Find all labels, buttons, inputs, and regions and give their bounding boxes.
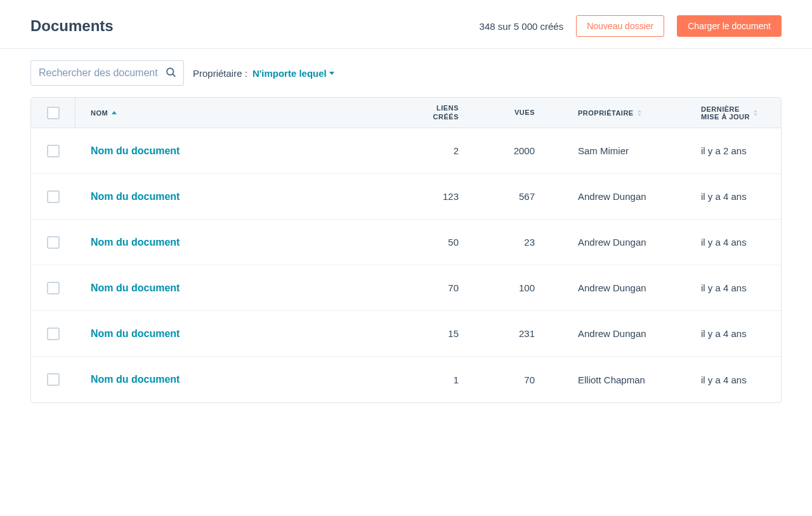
table-row: Nom du document170Elliott Chapmanil y a … — [31, 357, 781, 402]
row-checkbox-cell — [31, 282, 75, 294]
row-checkbox[interactable] — [47, 282, 60, 294]
column-header-views[interactable]: VUES — [464, 109, 540, 117]
column-header-links-label1: LIENS — [433, 104, 459, 112]
cell-links: 15 — [394, 328, 464, 339]
sort-icon — [638, 110, 641, 116]
cell-owner: Andrew Dungan — [540, 328, 667, 339]
row-checkbox[interactable] — [47, 373, 60, 386]
documents-table: NOM LIENS CRÉÉS VUES PROPRIÉTAIRE DERNIÈ… — [30, 97, 782, 403]
row-checkbox-cell — [31, 190, 75, 203]
cell-views: 231 — [464, 328, 540, 339]
column-header-owner[interactable]: PROPRIÉTAIRE — [540, 109, 667, 117]
new-folder-button[interactable]: Nouveau dossier — [576, 15, 664, 37]
cell-views: 23 — [464, 237, 540, 248]
chevron-down-icon — [329, 72, 334, 75]
cell-name: Nom du document — [75, 191, 394, 202]
document-link[interactable]: Nom du document — [91, 328, 180, 339]
owner-filter-select[interactable]: N'importe lequel — [252, 68, 334, 79]
row-checkbox[interactable] — [47, 236, 60, 249]
column-header-updated-label1: DERNIÈRE — [701, 105, 750, 113]
cell-owner: Elliott Chapman — [540, 374, 667, 385]
cell-links: 2 — [394, 145, 464, 156]
table-row: Nom du document22000Sam Mimieril y a 2 a… — [31, 128, 781, 174]
document-link[interactable]: Nom du document — [91, 191, 180, 202]
row-checkbox-cell — [31, 373, 75, 386]
row-checkbox-cell — [31, 236, 75, 249]
cell-owner: Andrew Dungan — [540, 191, 667, 202]
cell-owner: Andrew Dungan — [540, 282, 667, 293]
table-header: NOM LIENS CRÉÉS VUES PROPRIÉTAIRE DERNIÈ… — [31, 98, 781, 128]
search-wrapper — [30, 60, 184, 86]
table-row: Nom du document15231Andrew Dunganil y a … — [31, 311, 781, 357]
cell-name: Nom du document — [75, 282, 394, 294]
column-header-updated-label2: MISE À JOUR — [701, 113, 750, 121]
document-link[interactable]: Nom du document — [91, 282, 180, 293]
document-link[interactable]: Nom du document — [91, 237, 180, 248]
upload-document-button[interactable]: Charger le document — [677, 15, 782, 37]
cell-updated: il y a 4 ans — [667, 191, 781, 202]
column-header-name-label: NOM — [91, 109, 108, 117]
document-link[interactable]: Nom du document — [91, 145, 180, 156]
cell-owner: Andrew Dungan — [540, 237, 667, 248]
row-checkbox[interactable] — [47, 327, 60, 340]
cell-views: 567 — [464, 191, 540, 202]
header-actions: 348 sur 5 000 créés Nouveau dossier Char… — [480, 15, 782, 37]
cell-name: Nom du document — [75, 328, 394, 340]
column-header-owner-label: PROPRIÉTAIRE — [578, 109, 634, 117]
cell-links: 1 — [394, 374, 464, 385]
cell-links: 50 — [394, 237, 464, 248]
cell-updated: il y a 4 ans — [667, 237, 781, 248]
search-input[interactable] — [30, 60, 184, 86]
cell-name: Nom du document — [75, 145, 394, 157]
table-row: Nom du document123567Andrew Dunganil y a… — [31, 174, 781, 220]
cell-updated: il y a 2 ans — [667, 145, 781, 156]
row-checkbox[interactable] — [47, 145, 60, 157]
sort-asc-icon — [112, 111, 117, 114]
cell-updated: il y a 4 ans — [667, 374, 781, 385]
table-row: Nom du document5023Andrew Dunganil y a 4… — [31, 220, 781, 265]
sort-icon — [754, 110, 757, 116]
owner-filter: Propriétaire : N'importe lequel — [193, 68, 334, 79]
column-header-updated[interactable]: DERNIÈRE MISE À JOUR — [667, 105, 781, 121]
row-checkbox-cell — [31, 145, 75, 157]
cell-views: 100 — [464, 282, 540, 293]
row-checkbox-cell — [31, 327, 75, 340]
column-header-name[interactable]: NOM — [75, 109, 394, 117]
table-row: Nom du document70100Andrew Dunganil y a … — [31, 265, 781, 311]
document-link[interactable]: Nom du document — [91, 374, 180, 385]
owner-filter-value: N'importe lequel — [252, 68, 327, 79]
cell-owner: Sam Mimier — [540, 145, 667, 156]
document-count: 348 sur 5 000 créés — [480, 21, 564, 32]
page-title: Documents — [30, 17, 114, 35]
cell-views: 70 — [464, 374, 540, 385]
table-body: Nom du document22000Sam Mimieril y a 2 a… — [31, 128, 781, 402]
toolbar: Propriétaire : N'importe lequel — [0, 49, 812, 97]
cell-links: 70 — [394, 282, 464, 293]
row-checkbox[interactable] — [47, 190, 60, 203]
column-header-links-label2: CRÉÉS — [433, 113, 459, 121]
cell-name: Nom du document — [75, 237, 394, 248]
select-all-cell — [31, 98, 75, 128]
cell-updated: il y a 4 ans — [667, 282, 781, 293]
column-header-links[interactable]: LIENS CRÉÉS — [394, 104, 464, 121]
page-header: Documents 348 sur 5 000 créés Nouveau do… — [0, 0, 812, 49]
cell-views: 2000 — [464, 145, 540, 156]
owner-filter-label: Propriétaire : — [193, 68, 247, 79]
column-header-views-label: VUES — [514, 109, 535, 117]
cell-name: Nom du document — [75, 374, 394, 385]
cell-updated: il y a 4 ans — [667, 328, 781, 339]
select-all-checkbox[interactable] — [47, 107, 60, 119]
cell-links: 123 — [394, 191, 464, 202]
